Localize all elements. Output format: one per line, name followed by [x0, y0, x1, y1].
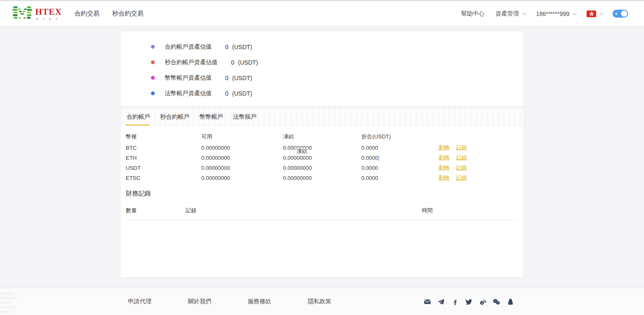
- summary-label: 幣幣帳戶資產估值: [165, 74, 212, 82]
- red-dot-icon: [151, 60, 155, 64]
- record-link[interactable]: 記錄: [456, 174, 467, 182]
- text-cursor-artifact: [379, 155, 379, 161]
- transfer-link[interactable]: 劃轉: [439, 164, 449, 172]
- frozen-number: 0.00000000: [283, 145, 312, 151]
- asset-management-dropdown[interactable]: 資產管理: [496, 10, 525, 18]
- transfer-link[interactable]: 劃轉: [439, 144, 449, 151]
- converted-value: 0.0000: [361, 145, 439, 151]
- summary-label: 法幣帳戶資產估值: [165, 90, 212, 97]
- nav-item-second-contract-trade[interactable]: 秒合約交易: [112, 10, 144, 18]
- col-header-available: 可用: [201, 133, 283, 141]
- theme-toggle[interactable]: ☀: [613, 10, 628, 18]
- available-value: 0.00000000: [201, 165, 283, 171]
- summary-row-contract: 合約帳戶資產估值 0 (USDT): [151, 39, 523, 55]
- weibo-icon[interactable]: [479, 298, 486, 305]
- col-header-converted: 折合(USDT): [361, 133, 439, 141]
- summary-unit: (USDT): [232, 75, 252, 81]
- nav-item-contract-trade[interactable]: 合約交易: [75, 10, 100, 18]
- record-link[interactable]: 記錄: [456, 164, 467, 172]
- chevron-down-icon: [573, 11, 577, 15]
- logo-m-icon: [13, 5, 32, 22]
- row-actions: 劃轉 記錄: [439, 174, 518, 182]
- converted-number: 0.0000: [361, 155, 378, 161]
- frozen-value: 0.00000000: [283, 165, 361, 171]
- coin-name: ETH: [126, 155, 201, 161]
- logo-text: HTEX: [35, 8, 62, 16]
- footer-watermark: [0, 292, 19, 313]
- language-dropdown[interactable]: [587, 10, 602, 17]
- hong-kong-flag-icon: [587, 10, 596, 17]
- summary-unit: (USDT): [232, 90, 252, 97]
- email-icon[interactable]: [423, 298, 431, 305]
- purple-dot-icon: [151, 45, 155, 49]
- facebook-icon[interactable]: [451, 298, 459, 305]
- blue-dot-icon: [151, 91, 155, 95]
- frozen-value: 0.00000000 凍結: [283, 145, 361, 151]
- balance-table-header: 幣種 可用 凍結 折合(USDT): [126, 131, 518, 143]
- footer-links: 申請代理 關於我們 服務條款 隱私政策: [128, 298, 331, 305]
- tab-spot-account[interactable]: 幣幣帳戶: [199, 109, 224, 125]
- main-nav: 合約交易 秒合約交易: [75, 10, 144, 18]
- row-actions: 劃轉 記錄: [439, 154, 518, 161]
- finance-records-title: 財務記錄: [126, 190, 518, 198]
- tab-contract-account[interactable]: 合約帳戶: [126, 109, 151, 125]
- summary-value: 0: [225, 90, 229, 97]
- col-header-coin: 幣種: [126, 133, 201, 141]
- asset-management-label: 資產管理: [496, 10, 519, 18]
- available-value: 0.00000000: [201, 145, 283, 151]
- converted-value: 0.0000: [361, 165, 439, 171]
- coin-name: ETSC: [126, 175, 201, 181]
- telegram-icon[interactable]: [437, 298, 445, 305]
- converted-value: 0.0000: [361, 155, 439, 161]
- summary-label: 合約帳戶資產估值: [165, 43, 212, 51]
- balance-table: 幣種 可用 凍結 折合(USDT) BTC 0.00000000 0.00000…: [126, 131, 518, 183]
- footer-link-apply-agent[interactable]: 申請代理: [128, 298, 151, 305]
- footer-link-privacy[interactable]: 隱私政策: [308, 298, 331, 305]
- footer-link-terms[interactable]: 服務條款: [248, 298, 271, 305]
- converted-value: 0.0000: [361, 175, 439, 181]
- record-link[interactable]: 記錄: [456, 144, 467, 151]
- chevron-down-icon: [600, 11, 604, 15]
- help-center-link[interactable]: 幫助中心: [461, 10, 485, 18]
- sun-icon: ☀: [614, 10, 618, 17]
- wechat-icon[interactable]: [493, 298, 500, 305]
- summary-value: 0: [225, 44, 229, 50]
- footer-link-about-us[interactable]: 關於我們: [188, 298, 211, 305]
- col-header-record: 記錄: [186, 207, 422, 214]
- chevron-down-icon: [522, 11, 527, 15]
- account-phone-dropdown[interactable]: 186******999: [536, 10, 576, 17]
- account-detail-card: 合約帳戶 秒合約帳戶 幣幣帳戶 法幣賬戶 幣種 可用 凍結 折合(USDT) B…: [121, 109, 523, 277]
- navbar: HTEX H T E X 合約交易 秒合約交易 幫助中心 資產管理 186***…: [0, 1, 644, 26]
- summary-unit: (USDT): [238, 59, 258, 66]
- logo-text-block: HTEX H T E X: [35, 8, 62, 20]
- tab-fiat-account[interactable]: 法幣賬戶: [232, 109, 257, 125]
- frozen-value: 0.00000000: [283, 175, 361, 181]
- finance-records-section: 財務記錄 數量 記錄 時間: [126, 190, 518, 283]
- finance-table-empty-body: [126, 220, 518, 283]
- twitter-icon[interactable]: [465, 298, 473, 305]
- col-header-amount: 數量: [126, 207, 186, 214]
- coin-name: USDT: [126, 165, 201, 171]
- logo-subtext: H T E X: [36, 18, 62, 20]
- frozen-value: 0.00000000: [283, 155, 361, 161]
- table-row-etsc: ETSC 0.00000000 0.00000000 0.0000 劃轉 記錄: [126, 173, 518, 183]
- asset-summary-card: 合約帳戶資產估值 0 (USDT) 秒合約帳戶資產估值 0 (USDT) 幣幣帳…: [121, 31, 523, 106]
- record-link[interactable]: 記錄: [456, 154, 467, 161]
- toggle-knob: [621, 10, 627, 17]
- summary-unit: (USDT): [232, 44, 252, 50]
- magenta-dot-icon: [151, 76, 155, 80]
- summary-row-fiat: 法幣帳戶資產估值 0 (USDT): [151, 86, 523, 101]
- available-value: 0.00000000: [201, 155, 283, 161]
- available-value: 0.00000000: [201, 175, 283, 181]
- col-header-frozen: 凍結: [283, 133, 361, 141]
- coin-name: BTC: [126, 145, 201, 151]
- summary-row-spot: 幣幣帳戶資產估值 0 (USDT): [151, 70, 523, 86]
- asset-summary-list: 合約帳戶資產估值 0 (USDT) 秒合約帳戶資產估值 0 (USDT) 幣幣帳…: [121, 31, 523, 101]
- window-top-edge: [0, 0, 644, 1]
- transfer-link[interactable]: 劃轉: [439, 174, 449, 182]
- transfer-link[interactable]: 劃轉: [439, 154, 449, 161]
- logo[interactable]: HTEX H T E X: [13, 5, 62, 22]
- row-actions: 劃轉 記錄: [439, 164, 518, 172]
- qq-icon[interactable]: [506, 298, 514, 305]
- tab-second-contract-account[interactable]: 秒合約帳戶: [159, 109, 190, 125]
